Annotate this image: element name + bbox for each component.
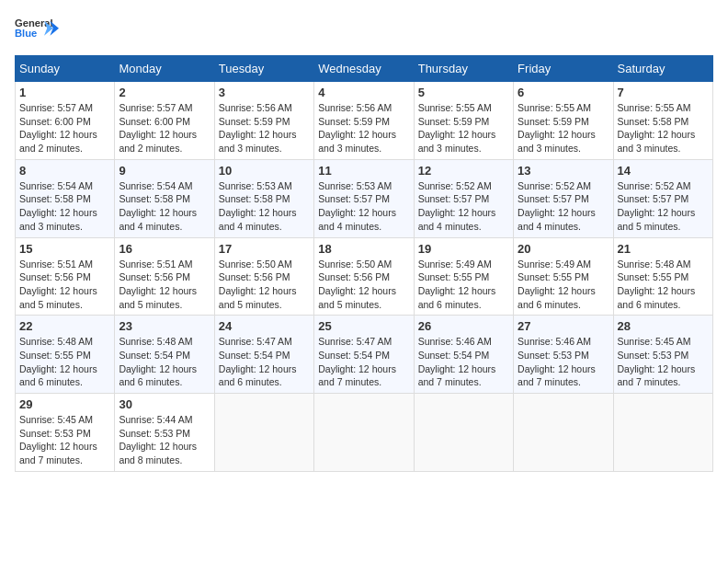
calendar-day-cell: 29 Sunrise: 5:45 AM Sunset: 5:53 PM Dayl… [16,394,115,472]
sunrise-label: Sunrise: 5:56 AM [219,102,292,113]
day-info: Sunrise: 5:49 AM Sunset: 5:55 PM Dayligh… [418,258,509,312]
daylight-label: Daylight: 12 hours and 4 minutes. [418,207,496,232]
day-number: 20 [518,242,609,256]
sunrise-label: Sunrise: 5:50 AM [318,259,392,270]
calendar-day-cell: 15 Sunrise: 5:51 AM Sunset: 5:56 PM Dayl… [16,237,115,316]
calendar-table: SundayMondayTuesdayWednesdayThursdayFrid… [15,55,713,472]
day-info: Sunrise: 5:48 AM Sunset: 5:54 PM Dayligh… [119,335,210,389]
day-info: Sunrise: 5:56 AM Sunset: 5:59 PM Dayligh… [219,101,310,155]
calendar-day-cell: 7 Sunrise: 5:55 AM Sunset: 5:58 PM Dayli… [613,82,712,160]
calendar-day-cell: 11 Sunrise: 5:53 AM Sunset: 5:57 PM Dayl… [314,159,414,237]
sunset-label: Sunset: 5:58 PM [119,193,190,204]
sunset-label: Sunset: 5:54 PM [219,350,290,361]
calendar-day-cell: 28 Sunrise: 5:45 AM Sunset: 5:53 PM Dayl… [613,316,712,394]
day-info: Sunrise: 5:46 AM Sunset: 5:53 PM Dayligh… [518,335,609,389]
sunrise-label: Sunrise: 5:55 AM [618,102,691,113]
day-number: 6 [518,86,609,99]
day-info: Sunrise: 5:55 AM Sunset: 5:59 PM Dayligh… [418,101,509,155]
day-info: Sunrise: 5:53 AM Sunset: 5:57 PM Dayligh… [318,179,409,234]
calendar-week-row: 1 Sunrise: 5:57 AM Sunset: 6:00 PM Dayli… [16,82,713,160]
sunset-label: Sunset: 5:57 PM [318,193,390,204]
day-number: 28 [618,319,709,333]
sunset-label: Sunset: 5:59 PM [418,116,490,127]
sunrise-label: Sunrise: 5:45 AM [19,414,93,425]
sunrise-label: Sunrise: 5:57 AM [19,102,93,113]
calendar-body: 1 Sunrise: 5:57 AM Sunset: 6:00 PM Dayli… [16,82,713,472]
sunrise-label: Sunrise: 5:51 AM [19,259,93,270]
daylight-label: Daylight: 12 hours and 3 minutes. [518,129,596,154]
day-info: Sunrise: 5:55 AM Sunset: 5:59 PM Dayligh… [518,101,609,155]
calendar-week-row: 15 Sunrise: 5:51 AM Sunset: 5:56 PM Dayl… [16,237,713,316]
calendar-day-cell: 8 Sunrise: 5:54 AM Sunset: 5:58 PM Dayli… [16,159,115,237]
daylight-label: Daylight: 12 hours and 3 minutes. [219,129,297,154]
sunset-label: Sunset: 5:56 PM [219,271,290,282]
daylight-label: Daylight: 12 hours and 3 minutes. [19,207,97,232]
sunrise-label: Sunrise: 5:50 AM [219,259,292,270]
day-number: 19 [418,242,509,256]
day-info: Sunrise: 5:57 AM Sunset: 6:00 PM Dayligh… [119,101,210,155]
daylight-label: Daylight: 12 hours and 6 minutes. [219,363,297,388]
day-info: Sunrise: 5:57 AM Sunset: 6:00 PM Dayligh… [19,101,110,155]
sunrise-label: Sunrise: 5:47 AM [219,336,292,347]
calendar-day-cell: 22 Sunrise: 5:48 AM Sunset: 5:55 PM Dayl… [16,316,115,394]
day-info: Sunrise: 5:51 AM Sunset: 5:56 PM Dayligh… [19,258,110,312]
sunset-label: Sunset: 6:00 PM [19,116,91,127]
daylight-label: Daylight: 12 hours and 3 minutes. [418,129,496,154]
sunset-label: Sunset: 5:55 PM [19,350,91,361]
sunset-label: Sunset: 5:56 PM [318,271,390,282]
logo-icon: General Blue [15,15,59,48]
day-number: 22 [19,319,110,333]
calendar-day-cell: 2 Sunrise: 5:57 AM Sunset: 6:00 PM Dayli… [115,82,214,160]
page-header: General Blue [15,15,713,48]
sunset-label: Sunset: 5:54 PM [318,350,390,361]
weekday-header-cell: Saturday [613,56,712,82]
sunrise-label: Sunrise: 5:55 AM [518,102,591,113]
sunset-label: Sunset: 5:56 PM [119,271,190,282]
daylight-label: Daylight: 12 hours and 7 minutes. [19,441,97,465]
sunrise-label: Sunrise: 5:57 AM [119,102,192,113]
day-number: 23 [119,319,210,333]
calendar-day-cell [613,394,712,472]
daylight-label: Daylight: 12 hours and 4 minutes. [318,207,396,232]
sunrise-label: Sunrise: 5:49 AM [418,259,492,270]
calendar-day-cell: 1 Sunrise: 5:57 AM Sunset: 6:00 PM Dayli… [16,82,115,160]
day-number: 16 [119,242,210,256]
daylight-label: Daylight: 12 hours and 6 minutes. [518,285,596,310]
day-number: 18 [318,242,409,256]
calendar-day-cell: 10 Sunrise: 5:53 AM Sunset: 5:58 PM Dayl… [214,159,313,237]
calendar-day-cell: 13 Sunrise: 5:52 AM Sunset: 5:57 PM Dayl… [514,159,613,237]
calendar-day-cell: 17 Sunrise: 5:50 AM Sunset: 5:56 PM Dayl… [214,237,313,316]
calendar-day-cell: 24 Sunrise: 5:47 AM Sunset: 5:54 PM Dayl… [214,316,313,394]
sunset-label: Sunset: 5:55 PM [518,271,589,282]
daylight-label: Daylight: 12 hours and 5 minutes. [119,285,197,310]
calendar-week-row: 22 Sunrise: 5:48 AM Sunset: 5:55 PM Dayl… [16,316,713,394]
sunrise-label: Sunrise: 5:44 AM [119,414,192,425]
calendar-day-cell: 19 Sunrise: 5:49 AM Sunset: 5:55 PM Dayl… [414,237,513,316]
day-number: 26 [418,319,509,333]
weekday-header-cell: Wednesday [314,56,414,82]
daylight-label: Daylight: 12 hours and 3 minutes. [318,129,396,154]
day-number: 29 [19,397,110,411]
calendar-day-cell: 12 Sunrise: 5:52 AM Sunset: 5:57 PM Dayl… [414,159,513,237]
sunset-label: Sunset: 5:53 PM [19,428,91,439]
sunrise-label: Sunrise: 5:53 AM [318,180,392,191]
daylight-label: Daylight: 12 hours and 7 minutes. [318,363,396,388]
calendar-day-cell [514,394,613,472]
sunrise-label: Sunrise: 5:46 AM [518,336,591,347]
calendar-day-cell: 30 Sunrise: 5:44 AM Sunset: 5:53 PM Dayl… [115,394,214,472]
sunrise-label: Sunrise: 5:52 AM [618,180,691,191]
daylight-label: Daylight: 12 hours and 6 minutes. [618,285,696,310]
daylight-label: Daylight: 12 hours and 6 minutes. [119,363,197,388]
calendar-day-cell: 3 Sunrise: 5:56 AM Sunset: 5:59 PM Dayli… [214,82,313,160]
sunset-label: Sunset: 5:57 PM [618,193,689,204]
daylight-label: Daylight: 12 hours and 6 minutes. [19,363,97,388]
weekday-header-cell: Sunday [16,56,115,82]
day-number: 5 [418,86,509,99]
svg-text:Blue: Blue [15,28,37,39]
sunset-label: Sunset: 5:55 PM [418,271,490,282]
sunset-label: Sunset: 5:55 PM [618,271,689,282]
daylight-label: Daylight: 12 hours and 2 minutes. [119,129,197,154]
day-info: Sunrise: 5:45 AM Sunset: 5:53 PM Dayligh… [618,335,709,389]
day-number: 8 [19,164,110,178]
sunset-label: Sunset: 5:57 PM [418,193,490,204]
